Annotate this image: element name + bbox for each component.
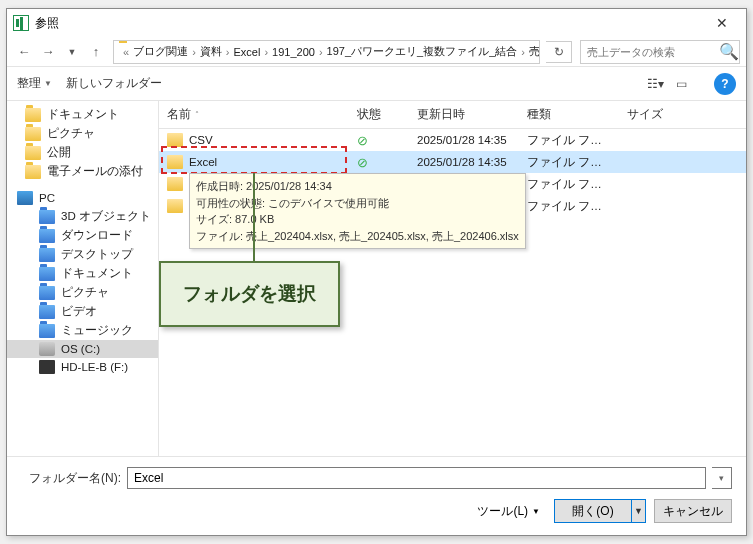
window-title: 参照 [35, 15, 59, 32]
column-status[interactable]: 状態 [349, 107, 409, 122]
tree-item[interactable]: ドキュメント [7, 264, 158, 283]
tree-item[interactable]: ビデオ [7, 302, 158, 321]
folder-icon [39, 324, 55, 338]
tree-item[interactable]: OS (C:) [7, 340, 158, 358]
open-button[interactable]: 開く(O) [554, 499, 632, 523]
cancel-button[interactable]: キャンセル [654, 499, 732, 523]
folder-icon [39, 229, 55, 243]
back-button[interactable]: ← [13, 41, 35, 63]
list-row[interactable]: CSV ⊘ 2025/01/28 14:35 ファイル フォルダー [159, 129, 746, 151]
navigation-tree[interactable]: ドキュメント ピクチャ 公開 電子メールの添付 PC 3D オブジェクト ダウン… [7, 101, 159, 456]
status-ok-icon: ⊘ [349, 155, 409, 170]
open-split-button[interactable]: ▼ [632, 499, 646, 523]
folder-icon [167, 133, 183, 147]
tree-item[interactable]: HD-LE-B (F:) [7, 358, 158, 376]
folder-icon [39, 267, 55, 281]
disk-icon [39, 342, 55, 356]
navigation-row: ← → ▼ ↑ « ブログ関連 › 資料 › Excel › 191_200 ›… [7, 37, 746, 67]
pc-icon [17, 191, 33, 205]
disk-icon [39, 360, 55, 374]
recent-dropdown[interactable]: ▼ [61, 41, 83, 63]
tree-item[interactable]: ダウンロード [7, 226, 158, 245]
excel-app-icon [13, 15, 29, 31]
toolbar: 整理▼ 新しいフォルダー ☷▾ ▭ ? [7, 67, 746, 101]
folder-icon [167, 155, 183, 169]
chevron-icon: « [122, 46, 130, 58]
tree-item-pc[interactable]: PC [7, 189, 158, 207]
folder-icon [39, 210, 55, 224]
search-box[interactable]: 🔍 [580, 40, 740, 64]
tree-item[interactable]: 3D オブジェクト [7, 207, 158, 226]
close-button[interactable]: ✕ [702, 11, 742, 35]
annotation-callout: フォルダを選択 [159, 261, 340, 327]
breadcrumb-seg[interactable]: 売上データ [526, 44, 540, 59]
dialog-footer: フォルダー名(N): ▾ ツール(L)▼ 開く(O) ▼ キャンセル [7, 456, 746, 535]
column-size[interactable]: サイズ [619, 107, 679, 122]
tree-item[interactable]: 公開 [7, 143, 158, 162]
file-list: 名前˄ 状態 更新日時 種類 サイズ CSV ⊘ 2025/01/28 14:3… [159, 101, 746, 456]
folder-icon [25, 165, 41, 179]
folder-icon [25, 146, 41, 160]
folder-icon [39, 248, 55, 262]
status-ok-icon: ⊘ [349, 133, 409, 148]
folder-icon [39, 305, 55, 319]
annotation-connector [253, 173, 255, 271]
column-date[interactable]: 更新日時 [409, 107, 519, 122]
tree-item[interactable]: ピクチャ [7, 283, 158, 302]
breadcrumb-seg[interactable]: 191_200 [269, 46, 318, 58]
address-bar[interactable]: « ブログ関連 › 資料 › Excel › 191_200 › 197_パワー… [113, 40, 540, 64]
folder-icon [167, 177, 183, 191]
chevron-down-icon: ▼ [44, 79, 52, 88]
tree-item[interactable]: 電子メールの添付 [7, 162, 158, 181]
folder-name-input[interactable] [127, 467, 706, 489]
tools-menu[interactable]: ツール(L)▼ [471, 500, 546, 523]
search-icon[interactable]: 🔍 [718, 42, 739, 61]
organize-menu[interactable]: 整理▼ [17, 75, 52, 92]
column-name[interactable]: 名前˄ [159, 107, 349, 122]
breadcrumb-seg[interactable]: Excel [230, 46, 263, 58]
search-input[interactable] [581, 41, 718, 63]
tooltip: 作成日時: 2025/01/28 14:34 可用性の状態: このデバイスで使用… [189, 173, 526, 249]
refresh-button[interactable]: ↻ [546, 41, 572, 63]
folder-name-label: フォルダー名(N): [21, 470, 121, 487]
folder-icon [25, 108, 41, 122]
titlebar: 参照 ✕ [7, 9, 746, 37]
preview-toggle-button[interactable]: ▭ [670, 73, 692, 95]
folder-icon [39, 286, 55, 300]
folder-icon [167, 199, 183, 213]
column-headers: 名前˄ 状態 更新日時 種類 サイズ [159, 101, 746, 129]
sort-caret-icon: ˄ [195, 110, 199, 119]
list-row[interactable]: Excel ⊘ 2025/01/28 14:35 ファイル フォルダー [159, 151, 746, 173]
up-button[interactable]: ↑ [85, 41, 107, 63]
tree-item[interactable]: ミュージック [7, 321, 158, 340]
breadcrumb-seg[interactable]: ブログ関連 [130, 44, 191, 59]
file-open-dialog: 参照 ✕ ← → ▼ ↑ « ブログ関連 › 資料 › Excel › 191_… [6, 8, 747, 536]
breadcrumb-seg[interactable]: 資料 [197, 44, 225, 59]
forward-button[interactable]: → [37, 41, 59, 63]
folder-name-dropdown[interactable]: ▾ [712, 467, 732, 489]
folder-icon [25, 127, 41, 141]
tree-item[interactable]: デスクトップ [7, 245, 158, 264]
view-options-button[interactable]: ☷▾ [644, 73, 666, 95]
new-folder-button[interactable]: 新しいフォルダー [66, 75, 162, 92]
tree-item[interactable]: ピクチャ [7, 124, 158, 143]
breadcrumb-seg[interactable]: 197_パワークエリ_複数ファイル_結合 [324, 44, 521, 59]
column-type[interactable]: 種類 [519, 107, 619, 122]
tree-item[interactable]: ドキュメント [7, 105, 158, 124]
help-button[interactable]: ? [714, 73, 736, 95]
